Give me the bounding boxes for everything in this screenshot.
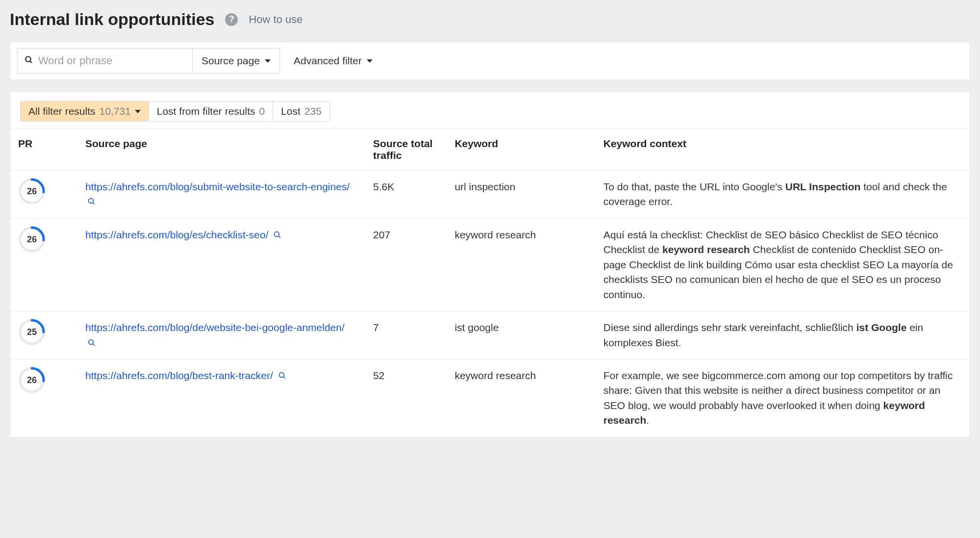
traffic-value: 7 bbox=[365, 311, 447, 359]
source-page-link[interactable]: https://ahrefs.com/blog/de/website-bei-g… bbox=[85, 322, 345, 333]
pr-value: 26 bbox=[18, 226, 46, 253]
keyword-context: For example, we see bigcommerce.com amon… bbox=[596, 359, 970, 437]
svg-line-9 bbox=[279, 236, 281, 238]
tab-lost-from-filter[interactable]: Lost from filter results 0 bbox=[149, 102, 273, 121]
magnifier-icon[interactable] bbox=[278, 371, 287, 380]
help-icon[interactable]: ? bbox=[225, 13, 238, 26]
chevron-down-icon bbox=[135, 110, 141, 113]
pr-gauge: 25 bbox=[18, 318, 46, 346]
keyword-value: keyword research bbox=[447, 218, 595, 311]
svg-point-8 bbox=[275, 232, 279, 237]
col-source-page[interactable]: Source page bbox=[77, 129, 365, 171]
tab-count: 0 bbox=[259, 105, 265, 117]
page-title: Internal link opportunities bbox=[10, 10, 214, 29]
search-box[interactable] bbox=[18, 49, 192, 73]
chevron-down-icon bbox=[367, 59, 373, 63]
tab-label: All filter results bbox=[28, 105, 96, 117]
pr-gauge: 26 bbox=[18, 366, 46, 394]
results-table: PR Source page Source total traffic Keyw… bbox=[10, 128, 970, 437]
svg-line-13 bbox=[93, 344, 95, 346]
chevron-down-icon bbox=[265, 59, 271, 63]
col-keyword-context[interactable]: Keyword context bbox=[596, 129, 970, 171]
svg-point-4 bbox=[89, 199, 94, 204]
col-keyword[interactable]: Keyword bbox=[447, 129, 595, 171]
tab-lost[interactable]: Lost 235 bbox=[273, 102, 329, 121]
traffic-value: 207 bbox=[365, 218, 447, 311]
keyword-value: keyword research bbox=[447, 359, 595, 437]
results-panel: All filter results 10,731 Lost from filt… bbox=[10, 92, 970, 438]
keyword-value: url inspection bbox=[447, 171, 595, 219]
filter-bar: Source page Advanced filter bbox=[10, 42, 970, 80]
keyword-context: To do that, paste the URL into Google's … bbox=[596, 171, 970, 219]
advanced-filter-label: Advanced filter bbox=[294, 55, 362, 67]
tab-count: 10,731 bbox=[100, 105, 131, 117]
svg-point-16 bbox=[279, 373, 284, 378]
tab-count: 235 bbox=[304, 105, 322, 117]
source-page-link[interactable]: https://ahrefs.com/blog/submit-website-t… bbox=[85, 181, 350, 192]
keyword-context: Diese sind allerdings sehr stark vereinf… bbox=[596, 311, 970, 359]
magnifier-icon[interactable] bbox=[87, 338, 96, 347]
tab-label: Lost from filter results bbox=[157, 105, 255, 117]
svg-point-12 bbox=[89, 339, 94, 344]
pr-gauge: 26 bbox=[18, 226, 46, 253]
table-row: 26 https://ahrefs.com/blog/submit-websit… bbox=[10, 171, 970, 219]
pr-value: 25 bbox=[18, 318, 46, 346]
col-traffic[interactable]: Source total traffic bbox=[365, 129, 447, 171]
tab-all-filter-results[interactable]: All filter results 10,731 bbox=[21, 102, 149, 121]
keyword-context: Aquí está la checklist: Checklist de SEO… bbox=[596, 218, 970, 311]
table-row: 26 https://ahrefs.com/blog/es/checklist-… bbox=[10, 218, 970, 311]
svg-line-17 bbox=[283, 377, 285, 379]
pr-value: 26 bbox=[18, 366, 46, 394]
col-pr[interactable]: PR bbox=[10, 129, 77, 171]
source-page-label: Source page bbox=[201, 55, 260, 67]
table-row: 26 https://ahrefs.com/blog/best-rank-tra… bbox=[10, 359, 970, 437]
keyword-value: ist google bbox=[447, 311, 595, 359]
magnifier-icon[interactable] bbox=[273, 231, 282, 239]
svg-point-0 bbox=[25, 56, 31, 62]
magnifier-icon[interactable] bbox=[87, 197, 96, 206]
advanced-filter-dropdown[interactable]: Advanced filter bbox=[294, 55, 373, 67]
source-page-link[interactable]: https://ahrefs.com/blog/best-rank-tracke… bbox=[85, 370, 273, 381]
source-page-dropdown[interactable]: Source page bbox=[192, 49, 279, 73]
tab-label: Lost bbox=[281, 105, 301, 117]
svg-line-1 bbox=[30, 61, 32, 63]
result-tabs: All filter results 10,731 Lost from filt… bbox=[10, 92, 970, 128]
table-row: 25 https://ahrefs.com/blog/de/website-be… bbox=[10, 311, 970, 359]
search-source-group: Source page bbox=[17, 48, 280, 74]
source-page-link[interactable]: https://ahrefs.com/blog/es/checklist-seo… bbox=[85, 229, 269, 240]
search-input[interactable] bbox=[38, 54, 185, 67]
traffic-value: 52 bbox=[365, 359, 447, 437]
svg-line-5 bbox=[93, 203, 95, 205]
traffic-value: 5.6K bbox=[365, 171, 447, 219]
how-to-use-link[interactable]: How to use bbox=[249, 13, 302, 26]
search-icon bbox=[25, 55, 33, 67]
pr-value: 26 bbox=[18, 178, 46, 205]
pr-gauge: 26 bbox=[18, 178, 46, 205]
